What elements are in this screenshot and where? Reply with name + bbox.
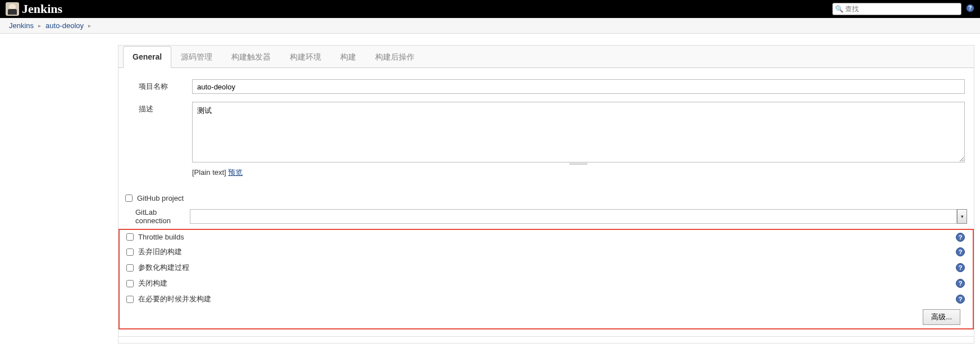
discard-old-checkbox[interactable] <box>126 248 134 256</box>
throttle-builds-row: Throttle builds ? <box>120 230 973 244</box>
jenkins-logo-icon <box>6 2 19 16</box>
tab-triggers[interactable]: 构建触发器 <box>222 46 280 68</box>
github-project-checkbox[interactable] <box>125 195 133 202</box>
header-left: Jenkins <box>6 2 62 16</box>
chevron-right-icon: ▸ <box>88 22 91 29</box>
search-icon: 🔍 <box>835 5 844 13</box>
jenkins-logo[interactable]: Jenkins <box>6 2 62 16</box>
help-icon[interactable]: ? <box>956 247 965 256</box>
resize-handle-icon[interactable] <box>192 163 965 165</box>
gitlab-connection-select[interactable] <box>190 209 957 224</box>
form-body: 项目名称 描述 [Plain text] 预览 <box>118 68 974 191</box>
description-row: 描述 [Plain text] 预览 <box>127 102 965 178</box>
dropdown-button[interactable]: ▾ <box>957 209 967 224</box>
help-icon[interactable]: ? <box>956 295 965 304</box>
disable-build-label: 关闭构建 <box>138 278 167 288</box>
project-name-row: 项目名称 <box>127 79 965 94</box>
tab-postbuild[interactable]: 构建后操作 <box>366 46 424 68</box>
tab-scm[interactable]: 源码管理 <box>171 46 222 68</box>
project-name-label: 项目名称 <box>127 79 192 92</box>
description-format: [Plain text] 预览 <box>192 168 965 178</box>
help-icon[interactable]: ? <box>956 279 965 288</box>
description-label: 描述 <box>127 102 192 114</box>
description-textarea[interactable] <box>192 102 965 162</box>
top-header: Jenkins 🔍 ? <box>0 0 980 18</box>
format-plain-text: [Plain text] <box>192 168 228 177</box>
throttle-builds-checkbox[interactable] <box>126 233 134 241</box>
svg-text:?: ? <box>968 5 972 11</box>
github-project-row: GitHub project <box>118 191 974 205</box>
gitlab-connection-row: GitLab connection ▾ <box>118 205 974 228</box>
parameterized-row: 参数化构建过程 ? <box>120 260 973 275</box>
breadcrumb-project[interactable]: auto-deoloy <box>45 21 84 30</box>
advanced-button[interactable]: 高级... <box>923 309 960 325</box>
chevron-down-icon: ▾ <box>961 214 964 219</box>
advanced-row: 高级... <box>120 307 973 325</box>
discard-old-row: 丢弃旧的构建 ? <box>120 244 973 260</box>
breadcrumb-jenkins[interactable]: Jenkins <box>9 21 34 30</box>
concurrent-label: 在必要的时候并发构建 <box>138 294 211 304</box>
preview-link[interactable]: 预览 <box>228 168 243 177</box>
help-icon[interactable]: ? <box>956 263 965 272</box>
disable-build-row: 关闭构建 ? <box>120 275 973 291</box>
chevron-right-icon: ▸ <box>38 22 41 29</box>
section-divider <box>118 336 974 343</box>
header-help-icon[interactable]: ? <box>966 4 974 14</box>
header-right: 🔍 ? <box>832 3 974 15</box>
throttle-builds-label: Throttle builds <box>138 233 184 241</box>
tab-build[interactable]: 构建 <box>331 46 366 68</box>
github-project-label: GitHub project <box>137 194 184 202</box>
config-tabs: General 源码管理 构建触发器 构建环境 构建 构建后操作 <box>118 46 974 68</box>
parameterized-checkbox[interactable] <box>126 264 134 272</box>
breadcrumb: Jenkins ▸ auto-deoloy ▸ <box>0 18 980 34</box>
jenkins-logo-text: Jenkins <box>22 2 62 16</box>
tab-environment[interactable]: 构建环境 <box>280 46 331 68</box>
search-input[interactable] <box>845 5 959 13</box>
tab-general[interactable]: General <box>123 46 171 68</box>
search-box[interactable]: 🔍 <box>832 3 961 15</box>
main-content: General 源码管理 构建触发器 构建环境 构建 构建后操作 项目名称 描述 <box>0 34 980 349</box>
concurrent-row: 在必要的时候并发构建 ? <box>120 291 973 307</box>
config-panel: General 源码管理 构建触发器 构建环境 构建 构建后操作 项目名称 描述 <box>118 45 974 344</box>
help-icon[interactable]: ? <box>956 233 965 242</box>
parameterized-label: 参数化构建过程 <box>138 263 189 273</box>
discard-old-label: 丢弃旧的构建 <box>138 247 182 257</box>
concurrent-checkbox[interactable] <box>126 296 134 303</box>
gitlab-connection-label: GitLab connection <box>135 208 190 225</box>
highlighted-options-section: Throttle builds ? 丢弃旧的构建 ? 参数化构建过程 ? 关闭构… <box>118 229 974 329</box>
project-name-input[interactable] <box>192 79 965 94</box>
disable-build-checkbox[interactable] <box>126 280 134 287</box>
